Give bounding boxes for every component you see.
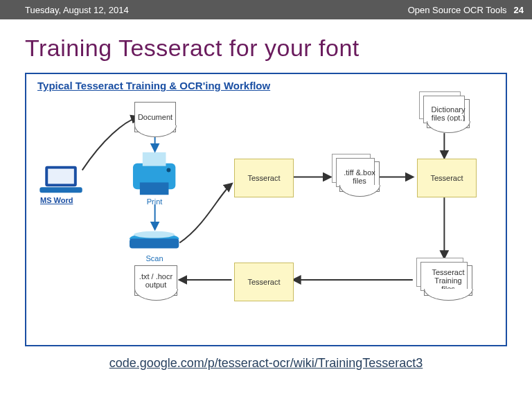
tesseract2-label: Tesseract xyxy=(430,174,463,182)
scanner-icon xyxy=(130,231,179,249)
tesseract1-label: Tesseract xyxy=(247,174,280,182)
wiki-link[interactable]: code.google.com/p/tesseract-ocr/wiki/Tra… xyxy=(109,356,423,370)
slide-title: Training Tesseract for your font xyxy=(25,35,507,62)
training-files-label: Tesseract Training files xyxy=(425,268,472,293)
dictionary-label: Dictionary files (opt.) xyxy=(427,105,469,122)
slide-header: Tuesday, August 12, 2014 Open Source OCR… xyxy=(0,0,532,19)
document-label: Document xyxy=(138,113,172,121)
output-node: .txt / .hocr output xyxy=(134,265,177,296)
document-node: Document xyxy=(134,102,176,132)
svg-rect-3 xyxy=(133,163,175,190)
header-deck-title: Open Source OCR Tools xyxy=(408,5,507,15)
svg-rect-4 xyxy=(143,152,166,166)
footer-link-container: code.google.com/p/tesseract-ocr/wiki/Tra… xyxy=(0,356,532,371)
dictionary-node: Dictionary files (opt.) xyxy=(427,99,470,128)
print-label: Print xyxy=(144,197,165,206)
msword-label: MS Word xyxy=(40,196,73,204)
output-label: .txt / .hocr output xyxy=(135,272,177,289)
svg-point-9 xyxy=(134,231,175,238)
header-page-number: 24 xyxy=(514,5,524,15)
workflow-diagram: Typical Tesseract Training & OCR'ing Wor… xyxy=(25,73,507,346)
tesseract-node-2: Tesseract xyxy=(417,159,477,197)
header-date: Tuesday, August 12, 2014 xyxy=(25,5,129,15)
svg-rect-8 xyxy=(130,239,179,249)
tesseract-node-1: Tesseract xyxy=(234,159,294,197)
scan-label: Scan xyxy=(144,254,165,263)
tesseract3-label: Tesseract xyxy=(247,278,280,286)
tesseract-node-3: Tesseract xyxy=(234,263,294,301)
svg-rect-0 xyxy=(45,166,77,187)
svg-rect-1 xyxy=(48,169,74,184)
laptop-icon xyxy=(39,166,82,193)
tiff-box-node: .tiff &.box files xyxy=(339,161,380,192)
diagram-title: Typical Tesseract Training & OCR'ing Wor… xyxy=(37,80,270,91)
svg-rect-2 xyxy=(39,187,82,193)
printer-icon xyxy=(133,152,175,195)
svg-rect-5 xyxy=(140,182,169,195)
svg-point-7 xyxy=(130,233,179,245)
svg-point-6 xyxy=(166,168,170,172)
training-files-node: Tesseract Training files xyxy=(424,265,472,296)
tiffbox-label: .tiff &.box files xyxy=(340,168,379,185)
